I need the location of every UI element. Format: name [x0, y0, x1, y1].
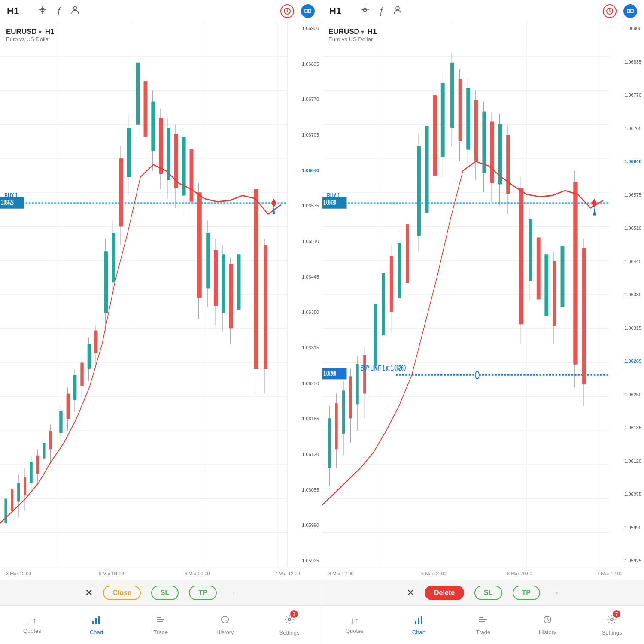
chart-icon-left — [91, 615, 102, 627]
left-close-button[interactable]: Close — [103, 586, 141, 600]
bottom-nav: ↓↑ Quotes Chart — [0, 605, 644, 644]
crosshair-icon[interactable] — [38, 5, 47, 17]
left-toolbar-right — [280, 4, 315, 18]
left-chart-header: EURUSD ▾ H1 Euro vs US Dollar — [6, 27, 55, 43]
left-nav-settings[interactable]: 7 Settings — [257, 606, 322, 644]
svg-rect-179 — [529, 219, 532, 281]
svg-text:1.06269: 1.06269 — [323, 370, 336, 377]
left-chart-symbol: EURUSD ▾ H1 — [6, 27, 55, 36]
svg-rect-39 — [36, 456, 39, 474]
right-toolbar: H1 f — [322, 0, 644, 22]
svg-marker-194 — [593, 207, 596, 215]
right-sl-button[interactable]: SL — [474, 586, 502, 600]
right-settings-label: Settings — [602, 629, 622, 636]
link-icon-btn[interactable] — [301, 4, 315, 18]
right-chart-symbol: EURUSD ▾ H1 — [328, 27, 377, 36]
right-person-icon[interactable] — [393, 5, 402, 17]
right-chart-area[interactable]: EURUSD ▾ H1 Euro vs US Dollar — [322, 22, 644, 567]
left-trade-label: Trade — [154, 629, 168, 635]
right-link-icon-btn[interactable] — [623, 4, 637, 18]
left-toolbar: H1 f — [0, 0, 322, 22]
left-chart-area[interactable]: EURUSD ▾ H1 Euro vs US Dollar — [0, 22, 322, 567]
left-nav-history[interactable]: History — [193, 606, 257, 644]
svg-rect-107 — [631, 9, 633, 13]
svg-rect-181 — [537, 237, 541, 299]
quotes-icon-right: ↓↑ — [350, 616, 359, 626]
svg-rect-163 — [459, 79, 462, 141]
svg-rect-205 — [157, 617, 161, 618]
svg-rect-49 — [73, 375, 76, 400]
right-panel: H1 f — [322, 0, 644, 605]
svg-rect-141 — [363, 355, 366, 393]
svg-rect-53 — [88, 344, 91, 369]
svg-rect-161 — [450, 63, 454, 128]
left-nav-trade[interactable]: Trade — [129, 606, 193, 644]
svg-rect-29 — [4, 499, 7, 524]
person-icon[interactable] — [70, 5, 80, 17]
right-close-x[interactable]: ✕ — [407, 587, 414, 598]
svg-rect-83 — [206, 233, 210, 289]
right-crosshair-icon[interactable] — [360, 5, 370, 17]
svg-rect-153 — [417, 146, 421, 236]
right-delete-button[interactable]: Delete — [425, 586, 464, 600]
right-timeframe[interactable]: H1 — [329, 6, 341, 17]
svg-rect-157 — [433, 95, 437, 176]
function-icon[interactable]: f — [58, 6, 60, 16]
svg-rect-31 — [11, 489, 13, 511]
left-timeframe[interactable]: H1 — [7, 6, 19, 17]
left-trade-toolbar: ✕ Close SL TP → — [0, 580, 322, 605]
left-arrow-right[interactable]: → — [227, 587, 237, 598]
right-trade-toolbar: ✕ Delete SL TP → — [322, 580, 644, 605]
left-nav-chart[interactable]: Chart — [64, 606, 129, 644]
history-icon-left — [220, 615, 230, 627]
app-container: H1 f — [0, 0, 644, 644]
svg-rect-43 — [49, 431, 52, 449]
svg-rect-165 — [466, 88, 470, 150]
left-close-x[interactable]: ✕ — [85, 587, 93, 598]
left-settings-badge: 7 — [290, 610, 298, 618]
svg-rect-171 — [490, 122, 494, 183]
svg-rect-202 — [95, 618, 97, 624]
left-tp-button[interactable]: TP — [189, 586, 216, 600]
left-chart-svg: BUY 1 1.06623 — [0, 22, 287, 567]
svg-rect-135 — [342, 390, 345, 434]
svg-rect-189 — [573, 182, 577, 365]
svg-rect-201 — [92, 621, 94, 624]
right-tp-button[interactable]: TP — [513, 586, 540, 600]
svg-rect-206 — [157, 621, 163, 622]
left-sl-button[interactable]: SL — [151, 586, 179, 600]
right-nav-chart[interactable]: Chart — [387, 606, 451, 644]
right-clock-icon-btn[interactable] — [603, 4, 617, 18]
svg-rect-211 — [421, 616, 422, 624]
svg-rect-57 — [104, 251, 108, 313]
svg-point-3 — [73, 6, 77, 10]
right-quotes-label: Quotes — [346, 628, 364, 634]
svg-rect-91 — [237, 254, 241, 310]
left-chart-desc: Euro vs US Dollar — [6, 36, 55, 43]
left-panel: H1 f — [0, 0, 322, 605]
svg-point-208 — [288, 618, 291, 621]
svg-rect-143 — [374, 304, 377, 366]
svg-text:1.06630: 1.06630 — [323, 199, 336, 207]
left-toolbar-icons: f — [38, 5, 80, 17]
left-nav-quotes[interactable]: ↓↑ Quotes — [0, 606, 64, 644]
svg-rect-61 — [119, 158, 123, 227]
chart-icon-right — [414, 615, 424, 627]
svg-rect-204 — [157, 619, 164, 620]
svg-rect-139 — [356, 364, 359, 404]
right-arrow-right[interactable]: → — [550, 587, 560, 598]
right-nav-quotes[interactable]: ↓↑ Quotes — [322, 606, 387, 644]
right-nav-trade[interactable]: Trade — [451, 606, 516, 644]
svg-rect-87 — [222, 254, 225, 313]
right-toolbar-right — [603, 4, 637, 18]
clock-icon-btn[interactable] — [280, 4, 294, 18]
right-nav-history[interactable]: History — [515, 606, 580, 644]
right-nav-settings[interactable]: 7 Settings — [580, 606, 644, 644]
svg-rect-131 — [328, 418, 331, 468]
left-chart-label: Chart — [90, 629, 103, 635]
svg-rect-95 — [264, 245, 267, 369]
right-function-icon[interactable]: f — [380, 6, 383, 16]
svg-rect-93 — [254, 189, 258, 369]
right-toolbar-icons: f — [360, 5, 402, 17]
svg-rect-212 — [479, 619, 487, 620]
